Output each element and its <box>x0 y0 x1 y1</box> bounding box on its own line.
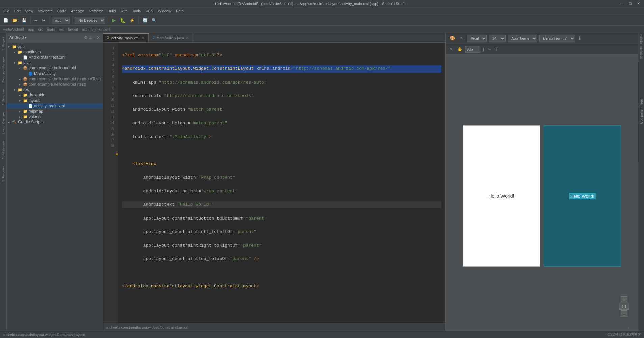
tree-item-mainactivity[interactable]: 🔵 MainActivity <box>7 71 103 76</box>
pixel-device-dropdown[interactable]: Pixel <box>467 35 487 42</box>
tab-activity-main-close[interactable]: ✕ <box>141 36 144 40</box>
menu-vcs[interactable]: VCS <box>144 8 155 14</box>
bc-activity-main[interactable]: activity_main.xml <box>82 27 110 31</box>
tree-item-mipmap[interactable]: ▸ 📁 mipmap <box>7 109 103 114</box>
menu-code[interactable]: Code <box>55 8 68 14</box>
open-button[interactable]: 📂 <box>11 17 19 23</box>
device-dropdown[interactable]: No Devices <box>75 17 105 24</box>
save-button[interactable]: 💾 <box>20 17 28 23</box>
sidebar-favorites-label[interactable]: 2: Favorites <box>2 164 5 184</box>
bc-src[interactable]: src <box>38 27 43 31</box>
dt-dp-input[interactable] <box>465 46 480 53</box>
design-palette-button[interactable]: 🎨 <box>448 35 457 41</box>
dt-select-button[interactable]: ↖ <box>448 46 455 52</box>
tree-item-values[interactable]: ▸ 📁 values <box>7 114 103 119</box>
tab-activity-main[interactable]: X activity_main.xml ✕ <box>103 33 149 42</box>
menu-navigate[interactable]: Navigate <box>36 8 54 14</box>
menu-edit[interactable]: Edit <box>12 8 23 14</box>
tree-label-manifests: manifests <box>23 50 41 54</box>
tab-mainactivity-close[interactable]: ✕ <box>186 36 189 40</box>
project-icon-sort[interactable]: ≡ <box>89 35 92 40</box>
menu-build[interactable]: Build <box>106 8 118 14</box>
dt-formula-button[interactable]: ∫ <box>482 46 485 52</box>
project-icon-close[interactable]: ✕ <box>97 35 100 40</box>
dt-pan-button[interactable]: ✋ <box>456 46 464 52</box>
tree-item-app[interactable]: ▾ 📁 app <box>7 44 103 49</box>
tree-item-package-androidtest[interactable]: ▸ 📦 com.example.helloandroid (androidTes… <box>7 76 103 82</box>
tree-item-androidmanifest[interactable]: 📄 AndroidManifest.xml <box>7 55 103 60</box>
undo-button[interactable]: ↩ <box>33 17 39 23</box>
bc-res[interactable]: res <box>59 27 64 31</box>
menu-tools[interactable]: Tools <box>130 8 143 14</box>
tree-item-java[interactable]: ▾ 📁 java <box>7 60 103 65</box>
tree-item-gradle[interactable]: ▸ 🔨 Gradle Scripts <box>7 119 103 125</box>
content-row: 1: Project Resource Manager 2: Structure… <box>0 33 644 331</box>
menu-help[interactable]: Help <box>174 8 186 14</box>
tree-arrow-mipmap: ▸ <box>19 110 23 113</box>
zoom-out-button[interactable]: − <box>621 310 627 317</box>
status-bar: androidx.constraintlayout.widget.Constra… <box>0 331 644 338</box>
toolbar-separator-3 <box>72 17 72 24</box>
minimize-button[interactable]: — <box>619 1 625 6</box>
bc-layout[interactable]: layout <box>68 27 78 31</box>
tree-item-package-test[interactable]: ▸ 📦 com.example.helloandroid (test) <box>7 82 103 87</box>
sidebar-structure-label[interactable]: 2: Structure <box>2 87 5 107</box>
tree-item-activity-main[interactable]: 📄 activity_main.xml <box>7 103 103 109</box>
tree-item-layout[interactable]: ▾ 📁 layout <box>7 98 103 103</box>
project-icon-minus[interactable]: − <box>93 35 95 40</box>
bc-main[interactable]: main <box>47 27 55 31</box>
design-panel: 🎨 ↖ Pixel 34 AppTheme Default (en-us) ℹ <box>445 33 638 331</box>
sync-button[interactable]: 🔄 <box>141 17 149 23</box>
search-button[interactable]: 🔍 <box>150 17 158 23</box>
menu-window[interactable]: Window <box>156 8 173 14</box>
locale-dropdown[interactable]: Default (en-us) <box>539 35 575 42</box>
menu-run[interactable]: Run <box>119 8 129 14</box>
bc-app[interactable]: app <box>28 27 34 31</box>
project-icon-cog[interactable]: ⚙ <box>84 35 88 40</box>
androidmanifest-icon: 📄 <box>23 55 28 60</box>
app-module-dropdown[interactable]: app <box>52 17 70 24</box>
dt-scissors-button[interactable]: ✂ <box>487 46 493 52</box>
redo-button[interactable]: ↪ <box>41 17 47 23</box>
toolbar-separator-5 <box>138 17 139 24</box>
tree-item-package-main[interactable]: ▾ 📦 com.example.helloandroid <box>7 65 103 71</box>
code-line-1: <?xml version="1.0" encoding="utf-8"?> <box>122 52 441 59</box>
sidebar-resource-manager-label[interactable]: Resource Manager <box>2 55 5 85</box>
tree-item-drawable[interactable]: ▸ 📁 drawable <box>7 92 103 98</box>
menu-analyze[interactable]: Analyze <box>69 8 86 14</box>
tree-item-res[interactable]: ▾ 📁 res <box>7 87 103 92</box>
profile-button[interactable]: ⚡ <box>128 17 136 23</box>
debug-button[interactable]: 🐛 <box>119 17 127 24</box>
maximize-button[interactable]: □ <box>628 1 633 6</box>
dt-text-button[interactable]: T <box>494 46 499 52</box>
zoom-dropdown[interactable]: 34 <box>489 35 506 42</box>
design-cursor-button[interactable]: ↖ <box>459 35 465 41</box>
sidebar-project-label[interactable]: 1: Project <box>2 35 5 52</box>
toolbar-separator-4 <box>108 17 108 24</box>
tree-arrow-package-main: ▾ <box>19 66 23 70</box>
component-tree-label[interactable]: Component Tree <box>640 99 643 124</box>
zoom-in-button[interactable]: + <box>621 296 627 303</box>
right-strip-attributes-label[interactable]: Attributes <box>640 46 643 59</box>
theme-dropdown[interactable]: AppTheme <box>508 35 537 42</box>
sidebar-layout-captures-label[interactable]: Layout Captures <box>2 110 5 136</box>
design-info-button[interactable]: ℹ <box>577 35 582 41</box>
menu-file[interactable]: File <box>1 8 11 14</box>
tree-label-layout: layout <box>29 98 40 103</box>
code-line-13: app:layout_constraintBottom_toBottomOf="… <box>122 215 441 222</box>
sidebar-build-variants-label[interactable]: Build Variants <box>2 139 5 161</box>
close-button[interactable]: ✕ <box>636 1 641 6</box>
resize-handle[interactable]: ⟋ <box>626 325 631 330</box>
menu-view[interactable]: View <box>23 8 35 14</box>
run-button[interactable]: ▶ <box>110 16 117 24</box>
design-toolbar: ↖ ✋ ∫ ✂ T <box>446 44 638 55</box>
tree-item-manifests[interactable]: ▾ 📁 manifests <box>7 49 103 55</box>
project-header-icons: ⚙ ≡ − ✕ <box>84 35 100 40</box>
tab-mainactivity[interactable]: J MainActivity.java ✕ <box>149 33 193 42</box>
bc-helloandroid[interactable]: HelloAndroid <box>3 27 24 31</box>
new-project-button[interactable]: 📄 <box>2 17 10 23</box>
menu-refactor[interactable]: Refactor <box>87 8 105 14</box>
package-androidtest-icon: 📦 <box>23 77 28 81</box>
code-editor[interactable]: <?xml version="1.0" encoding="utf-8"?> <… <box>118 43 445 323</box>
right-strip-palette-label[interactable]: Palette <box>640 34 643 44</box>
